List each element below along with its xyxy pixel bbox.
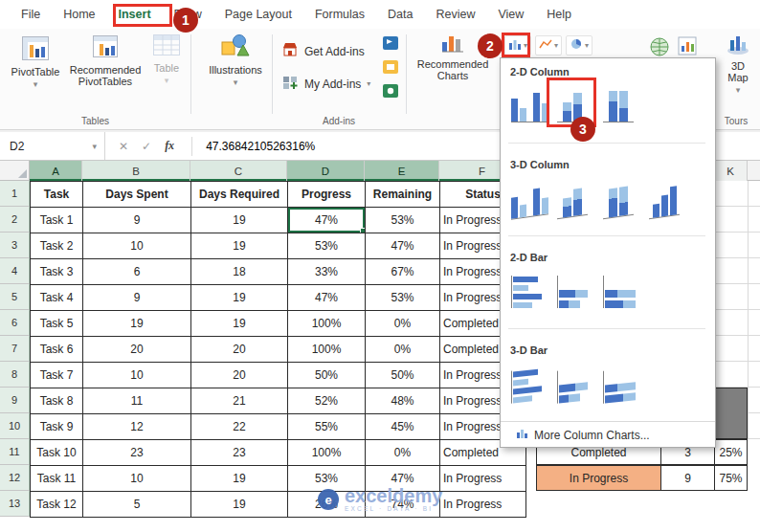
cell-A9[interactable]: Task 8 (31, 388, 83, 414)
cell-C12[interactable]: 19 (191, 466, 288, 492)
summary-inprogress-label[interactable]: In Progress (536, 465, 661, 491)
insert-function-icon[interactable]: fx (165, 139, 174, 153)
tab-help[interactable]: Help (535, 1, 583, 28)
cell-B8[interactable]: 10 (83, 363, 191, 388)
cell-D5[interactable]: 47% (288, 285, 366, 311)
cell-D11[interactable]: 100% (288, 440, 366, 466)
cell-B6[interactable]: 19 (83, 311, 191, 337)
cell-A3[interactable]: Task 2 (31, 233, 83, 259)
cell-C3[interactable]: 19 (191, 233, 288, 259)
cell-C11[interactable]: 23 (191, 440, 288, 466)
tab-home[interactable]: Home (52, 1, 106, 28)
cell-D10[interactable]: 55% (288, 414, 366, 440)
cell-A11[interactable]: Task 10 (31, 440, 83, 466)
tab-page-layout[interactable]: Page Layout (213, 1, 303, 28)
column-header-e[interactable]: E (365, 161, 439, 181)
column-header-k[interactable]: K (714, 161, 748, 181)
tab-data[interactable]: Data (376, 1, 424, 28)
row-header-5[interactable]: 5 (0, 284, 30, 310)
my-addins-button[interactable]: My Add-ins ▾ (281, 75, 370, 93)
cell-F12[interactable]: In Progress (440, 466, 526, 492)
header-days-required[interactable]: Days Required (191, 182, 288, 208)
cell-D4[interactable]: 33% (288, 259, 366, 285)
cell-B13[interactable]: 5 (83, 492, 191, 518)
cell-A7[interactable]: Task 6 (31, 337, 83, 363)
cell-D2[interactable]: 47% (288, 208, 366, 233)
cell-A8[interactable]: Task 7 (31, 363, 83, 388)
column-header-b[interactable]: B (82, 161, 190, 181)
tab-view[interactable]: View (486, 1, 535, 28)
cell-A13[interactable]: Task 12 (31, 492, 83, 518)
addin-camera-icon[interactable] (383, 84, 398, 100)
tab-formulas[interactable]: Formulas (303, 1, 376, 28)
column-header-d[interactable]: D (287, 161, 365, 181)
row-header-3[interactable]: 3 (0, 233, 30, 258)
chart-type-stacked-bar[interactable] (552, 271, 592, 313)
column-header-c[interactable]: C (190, 161, 287, 181)
get-addins-button[interactable]: Get Add-ins (281, 42, 365, 60)
header-task[interactable]: Task (31, 182, 83, 208)
pivotchart-icon[interactable] (678, 36, 697, 58)
row-header-4[interactable]: 4 (0, 258, 30, 284)
row-header-12[interactable]: 12 (0, 465, 30, 491)
cell-E6[interactable]: 0% (366, 311, 440, 337)
cell-C6[interactable]: 19 (191, 311, 288, 337)
chart-type-3d-stacked-column[interactable] (552, 178, 592, 220)
tab-file[interactable]: File (10, 1, 52, 28)
cell-B4[interactable]: 6 (83, 259, 191, 285)
cell-B9[interactable]: 11 (83, 388, 191, 414)
cell-E10[interactable]: 45% (366, 414, 440, 440)
cell-E11[interactable]: 0% (366, 440, 440, 466)
cell-B3[interactable]: 10 (83, 233, 191, 259)
chart-type-3d-100-stacked-column[interactable] (598, 178, 638, 220)
chart-type-clustered-column[interactable] (506, 85, 547, 127)
cell-B5[interactable]: 9 (83, 285, 191, 311)
cell-D6[interactable]: 100% (288, 311, 366, 337)
cancel-icon[interactable]: ✕ (119, 140, 128, 153)
chart-type-3d-clustered-bar[interactable] (506, 364, 547, 406)
chart-type-100-stacked-column[interactable] (598, 85, 638, 127)
summary-inprogress-count[interactable]: 9 (660, 465, 715, 491)
cell-E9[interactable]: 48% (366, 388, 440, 414)
cell-A4[interactable]: Task 3 (31, 259, 83, 285)
cell-D7[interactable]: 100% (288, 337, 366, 363)
table-button[interactable]: Table ▾ (145, 33, 188, 117)
header-days-spent[interactable]: Days Spent (83, 182, 191, 208)
cell-C9[interactable]: 21 (191, 388, 288, 414)
row-header-11[interactable]: 11 (0, 439, 30, 465)
cell-C10[interactable]: 22 (191, 414, 288, 440)
cell-B2[interactable]: 9 (83, 208, 191, 233)
recommended-pivottables-button[interactable]: Recommended PivotTables (67, 33, 144, 117)
name-box[interactable]: D2 ▾ (0, 132, 105, 160)
cell-D3[interactable]: 53% (288, 233, 366, 259)
chart-type-100-stacked-bar[interactable] (598, 271, 638, 313)
cell-C13[interactable]: 19 (191, 492, 288, 518)
cell-B10[interactable]: 12 (83, 414, 191, 440)
row-header-7[interactable]: 7 (0, 336, 30, 362)
cell-E3[interactable]: 47% (366, 233, 440, 259)
name-box-dropdown-icon[interactable]: ▾ (92, 142, 97, 151)
row-header-9[interactable]: 9 (0, 388, 30, 413)
cell-E7[interactable]: 0% (366, 337, 440, 363)
cell-E4[interactable]: 67% (366, 259, 440, 285)
header-progress[interactable]: Progress (288, 182, 366, 208)
3d-map-button[interactable]: 3D Map ▾ (718, 33, 758, 117)
cell-B12[interactable]: 10 (83, 466, 191, 492)
cell-D8[interactable]: 50% (288, 363, 366, 388)
tab-review[interactable]: Review (424, 1, 486, 28)
cell-C5[interactable]: 19 (191, 285, 288, 311)
summary-completed-pct[interactable]: 25% (714, 439, 748, 465)
row-header-10[interactable]: 10 (0, 413, 30, 439)
chart-type-3d-100-stacked-bar[interactable] (598, 364, 638, 406)
cell-F13[interactable]: In Progress (440, 492, 526, 518)
insert-pie-chart-button[interactable]: ▾ (566, 35, 592, 55)
row-header-6[interactable]: 6 (0, 310, 30, 336)
insert-line-chart-button[interactable]: ▾ (535, 35, 562, 55)
cell-C2[interactable]: 19 (191, 208, 288, 233)
cell-E8[interactable]: 50% (366, 363, 440, 388)
summary-inprogress-pct[interactable]: 75% (714, 465, 748, 491)
cell-C4[interactable]: 18 (191, 259, 288, 285)
cell-A6[interactable]: Task 5 (31, 311, 83, 337)
cell-A2[interactable]: Task 1 (31, 208, 83, 233)
select-all-corner[interactable] (0, 161, 30, 181)
